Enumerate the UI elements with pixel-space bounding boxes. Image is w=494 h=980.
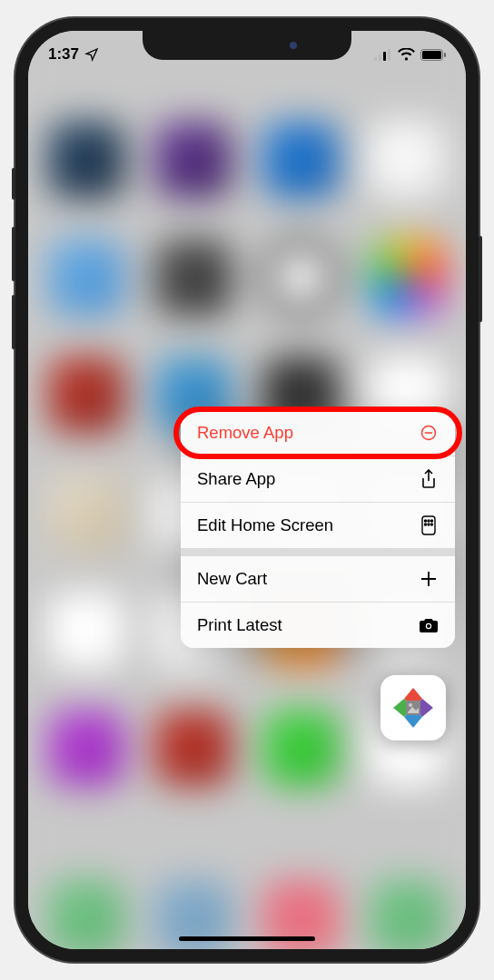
svg-point-11 <box>428 520 430 522</box>
screen: 1:37 <box>28 31 466 949</box>
svg-point-19 <box>427 624 430 628</box>
svg-rect-3 <box>388 49 390 61</box>
app-context-menu: Remove App Share App Edit Home Screen Ne <box>181 410 455 648</box>
menu-item-label: Remove App <box>197 423 293 443</box>
location-icon <box>84 47 99 62</box>
svg-point-21 <box>409 703 412 707</box>
svg-rect-5 <box>422 51 441 59</box>
status-left: 1:37 <box>48 45 99 64</box>
wifi-icon <box>398 48 415 61</box>
iphone-frame: 1:37 <box>15 18 479 962</box>
volume-up-button <box>12 227 15 281</box>
home-indicator[interactable] <box>179 936 315 941</box>
svg-point-10 <box>425 520 427 522</box>
svg-point-12 <box>431 520 433 522</box>
mute-switch <box>12 168 15 200</box>
status-right <box>374 48 446 61</box>
edit-home-screen-item[interactable]: Edit Home Screen <box>181 503 455 549</box>
share-icon <box>419 469 439 489</box>
camera-icon <box>419 615 439 635</box>
svg-point-15 <box>431 524 433 525</box>
svg-rect-1 <box>379 54 381 61</box>
side-button <box>479 236 482 322</box>
print-latest-item[interactable]: Print Latest <box>181 603 455 648</box>
svg-point-13 <box>425 524 427 525</box>
apps-icon <box>419 515 439 535</box>
svg-point-14 <box>428 524 430 525</box>
focused-app-icon[interactable] <box>380 675 446 740</box>
share-app-item[interactable]: Share App <box>181 456 455 503</box>
menu-item-label: New Cart <box>197 569 267 589</box>
remove-icon <box>419 423 439 443</box>
menu-item-label: Print Latest <box>197 615 282 635</box>
new-cart-item[interactable]: New Cart <box>181 556 455 603</box>
notch <box>143 31 351 60</box>
menu-item-label: Edit Home Screen <box>197 515 333 535</box>
svg-rect-6 <box>444 53 446 57</box>
status-time: 1:37 <box>48 45 79 64</box>
svg-rect-0 <box>374 57 377 61</box>
menu-divider <box>181 549 455 556</box>
app-logo-icon <box>388 682 439 733</box>
remove-app-item[interactable]: Remove App <box>181 410 455 456</box>
plus-icon <box>419 569 439 589</box>
cellular-icon <box>374 49 392 61</box>
volume-down-button <box>12 295 15 349</box>
menu-item-label: Share App <box>197 469 275 489</box>
svg-rect-2 <box>383 52 386 61</box>
battery-icon <box>420 49 446 61</box>
